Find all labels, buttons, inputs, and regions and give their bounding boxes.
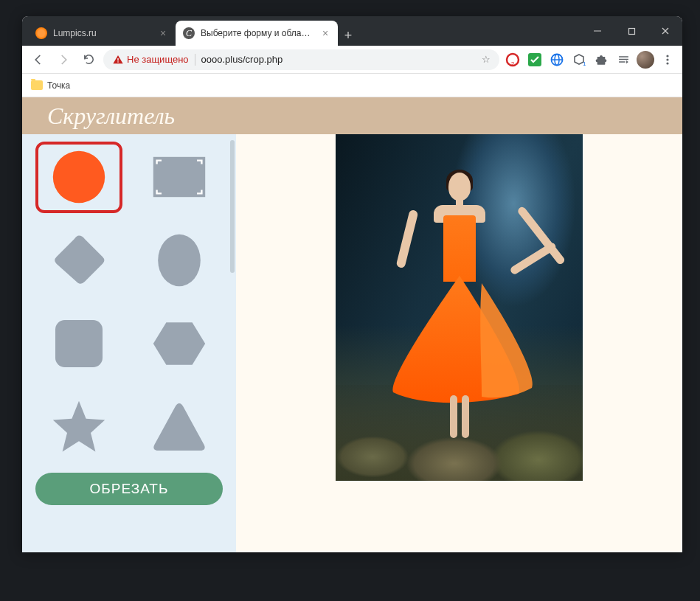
security-label: Не защищено xyxy=(127,54,189,65)
divider xyxy=(195,54,195,66)
shape-diamond[interactable] xyxy=(35,225,122,296)
security-warning[interactable]: Не защищено xyxy=(112,54,189,66)
brand-title: Скруглитель xyxy=(47,103,175,130)
tab-strip: Lumpics.ru × C Выберите форму и область … xyxy=(22,21,581,46)
star-icon[interactable]: ☆ xyxy=(482,54,491,65)
menu-button[interactable] xyxy=(659,51,676,69)
svg-rect-17 xyxy=(153,157,205,197)
tab-lumpics[interactable]: Lumpics.ru × xyxy=(28,21,176,46)
tab-title: Выберите форму и область для xyxy=(201,28,314,38)
shape-frame[interactable] xyxy=(136,142,223,213)
extension-globe[interactable] xyxy=(548,51,566,69)
maximize-button[interactable] xyxy=(614,16,648,46)
shapes-sidebar: ОБРЕЗАТЬ xyxy=(22,134,236,552)
svg-text:2: 2 xyxy=(511,60,515,67)
hexagon-icon xyxy=(150,314,209,373)
forward-button[interactable] xyxy=(53,49,74,70)
close-button[interactable] xyxy=(648,16,682,46)
svg-rect-1 xyxy=(628,28,634,34)
shape-triangle[interactable] xyxy=(136,391,223,462)
extension-check[interactable] xyxy=(526,51,544,69)
svg-point-14 xyxy=(666,58,668,60)
star-icon xyxy=(49,397,108,456)
shape-rounded-square[interactable] xyxy=(35,308,122,380)
triangle-icon xyxy=(150,397,209,456)
extensions-button[interactable] xyxy=(592,51,610,69)
shape-ellipse[interactable] xyxy=(136,225,223,296)
svg-rect-4 xyxy=(117,58,118,60)
page-content: Скруглитель xyxy=(22,97,682,552)
favicon-lumpics xyxy=(35,27,47,39)
frame-icon xyxy=(150,147,209,206)
address-bar[interactable]: Не защищено oooo.plus/crop.php ☆ xyxy=(103,49,499,70)
svg-point-16 xyxy=(53,151,105,203)
toolbar: Не защищено oooo.plus/crop.php ☆ 2 1 xyxy=(22,46,682,74)
close-icon[interactable]: × xyxy=(320,28,330,38)
crop-button[interactable]: ОБРЕЗАТЬ xyxy=(35,473,223,505)
content-area: ОБРЕЗАТЬ xyxy=(22,134,682,552)
close-icon[interactable]: × xyxy=(158,28,168,38)
svg-text:1: 1 xyxy=(583,60,586,66)
tab-crop[interactable]: C Выберите форму и область для × xyxy=(176,21,338,46)
new-tab-button[interactable]: + xyxy=(338,25,358,46)
tab-title: Lumpics.ru xyxy=(53,28,152,38)
diamond-icon xyxy=(49,231,108,290)
folder-icon xyxy=(31,80,43,90)
preview-image[interactable] xyxy=(336,134,583,481)
bookmarks-bar: Точка xyxy=(22,74,682,97)
image-canvas xyxy=(236,134,682,552)
scrollbar[interactable] xyxy=(230,140,235,273)
svg-rect-19 xyxy=(55,320,103,367)
titlebar: Lumpics.ru × C Выберите форму и область … xyxy=(22,16,682,46)
window-controls xyxy=(581,16,682,46)
back-button[interactable] xyxy=(28,49,49,70)
page-header: Скруглитель xyxy=(22,97,682,134)
reload-button[interactable] xyxy=(78,49,99,70)
extension-box[interactable]: 1 xyxy=(570,51,588,69)
warning-icon xyxy=(112,54,124,66)
ellipse-icon xyxy=(150,231,209,290)
extension-adblock[interactable]: 2 xyxy=(504,51,521,69)
svg-rect-5 xyxy=(117,61,118,62)
minimize-button[interactable] xyxy=(581,16,614,46)
url-text: oooo.plus/crop.php xyxy=(201,54,283,65)
media-button[interactable] xyxy=(614,51,632,69)
browser-window: Lumpics.ru × C Выберите форму и область … xyxy=(22,16,682,552)
shape-grid xyxy=(35,142,223,462)
bookmark-item[interactable]: Точка xyxy=(47,80,70,91)
svg-point-13 xyxy=(666,55,668,57)
favicon-crop: C xyxy=(183,27,195,39)
rounded-square-icon xyxy=(49,314,108,373)
profile-avatar[interactable] xyxy=(637,51,654,69)
circle-icon xyxy=(49,147,108,206)
svg-point-15 xyxy=(666,62,668,64)
svg-point-18 xyxy=(158,235,201,286)
shape-hexagon[interactable] xyxy=(136,308,223,380)
shape-circle[interactable] xyxy=(35,142,122,213)
shape-star[interactable] xyxy=(35,391,122,462)
